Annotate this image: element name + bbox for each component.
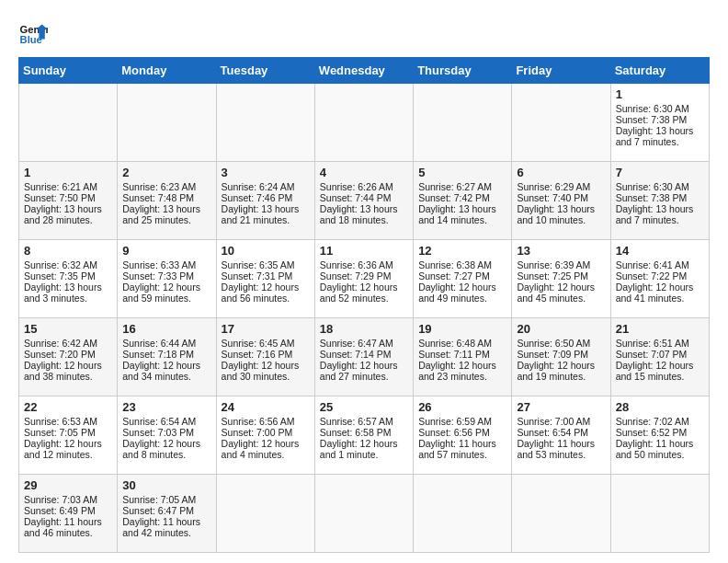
page-header: General Blue: [18, 18, 710, 48]
day-number: 5: [418, 166, 506, 179]
calendar-cell: 16Sunrise: 6:44 AMSunset: 7:18 PMDayligh…: [118, 318, 216, 396]
day-number: 3: [222, 166, 310, 179]
sunset-label: Sunset: 7:05 PM: [24, 427, 96, 438]
daylight-label: Daylight: 12 hours and 27 minutes.: [320, 360, 398, 382]
sunrise-label: Sunrise: 7:03 AM: [24, 494, 97, 505]
day-number: 16: [122, 322, 210, 336]
sunrise-label: Sunrise: 6:51 AM: [616, 338, 689, 349]
calendar-table: SundayMondayTuesdayWednesdayThursdayFrid…: [18, 57, 710, 553]
day-number: 12: [418, 244, 506, 258]
calendar-week-row: 29Sunrise: 7:03 AMSunset: 6:49 PMDayligh…: [19, 475, 710, 553]
calendar-day-header: Friday: [512, 58, 610, 84]
sunset-label: Sunset: 7:22 PM: [616, 270, 688, 282]
sunset-label: Sunset: 7:40 PM: [517, 192, 588, 203]
sunrise-label: Sunrise: 6:59 AM: [418, 416, 492, 427]
daylight-label: Daylight: 12 hours and 45 minutes.: [517, 282, 595, 304]
calendar-week-row: 15Sunrise: 6:42 AMSunset: 7:20 PMDayligh…: [19, 318, 710, 396]
day-number: 21: [616, 322, 704, 336]
sunrise-label: Sunrise: 6:45 AM: [222, 338, 295, 349]
sunrise-label: Sunrise: 6:26 AM: [320, 181, 393, 192]
sunset-label: Sunset: 7:38 PM: [616, 192, 688, 203]
day-number: 26: [418, 400, 506, 414]
calendar-cell: 26Sunrise: 6:59 AMSunset: 6:56 PMDayligh…: [414, 396, 512, 475]
daylight-label: Daylight: 12 hours and 23 minutes.: [418, 360, 496, 382]
calendar-cell: 30Sunrise: 7:05 AMSunset: 6:47 PMDayligh…: [118, 475, 216, 553]
calendar-cell: 6Sunrise: 6:29 AMSunset: 7:40 PMDaylight…: [512, 162, 610, 240]
calendar-cell: 29Sunrise: 7:03 AMSunset: 6:49 PMDayligh…: [19, 475, 118, 553]
sunset-label: Sunset: 7:07 PM: [616, 349, 688, 360]
calendar-cell: [216, 84, 314, 162]
sunrise-label: Sunrise: 7:02 AM: [616, 416, 689, 427]
calendar-cell: 13Sunrise: 6:39 AMSunset: 7:25 PMDayligh…: [512, 240, 610, 318]
calendar-cell: 25Sunrise: 6:57 AMSunset: 6:58 PMDayligh…: [314, 396, 413, 475]
day-number: 14: [616, 244, 704, 258]
calendar-day-header: Saturday: [610, 58, 709, 84]
sunset-label: Sunset: 7:48 PM: [122, 192, 194, 203]
calendar-cell: 3Sunrise: 6:24 AMSunset: 7:46 PMDaylight…: [216, 162, 314, 240]
sunset-label: Sunset: 6:56 PM: [418, 427, 490, 438]
sunset-label: Sunset: 7:50 PM: [24, 192, 96, 203]
sunrise-label: Sunrise: 6:47 AM: [320, 338, 393, 349]
sunset-label: Sunset: 7:33 PM: [122, 270, 194, 282]
daylight-label: Daylight: 13 hours and 7 minutes.: [616, 203, 694, 225]
day-number: 9: [122, 244, 210, 258]
sunrise-label: Sunrise: 6:27 AM: [418, 181, 492, 192]
daylight-label: Daylight: 13 hours and 7 minutes.: [616, 125, 694, 147]
sunset-label: Sunset: 7:29 PM: [320, 270, 392, 282]
day-number: 17: [222, 322, 310, 336]
calendar-cell: 11Sunrise: 6:36 AMSunset: 7:29 PMDayligh…: [314, 240, 413, 318]
day-number: 1: [616, 87, 704, 101]
daylight-label: Daylight: 12 hours and 56 minutes.: [222, 282, 300, 304]
daylight-label: Daylight: 12 hours and 41 minutes.: [616, 282, 694, 304]
sunset-label: Sunset: 7:25 PM: [517, 270, 588, 282]
calendar-cell: 20Sunrise: 6:50 AMSunset: 7:09 PMDayligh…: [512, 318, 610, 396]
calendar-cell: 15Sunrise: 6:42 AMSunset: 7:20 PMDayligh…: [19, 318, 118, 396]
day-number: 19: [418, 322, 506, 336]
daylight-label: Daylight: 12 hours and 12 minutes.: [24, 438, 102, 460]
logo: General Blue: [18, 18, 48, 48]
calendar-week-row: 8Sunrise: 6:32 AMSunset: 7:35 PMDaylight…: [19, 240, 710, 318]
day-number: 4: [320, 166, 408, 179]
calendar-cell: 19Sunrise: 6:48 AMSunset: 7:11 PMDayligh…: [414, 318, 512, 396]
day-number: 24: [222, 400, 310, 414]
daylight-label: Daylight: 12 hours and 34 minutes.: [122, 360, 200, 382]
sunset-label: Sunset: 6:58 PM: [320, 427, 392, 438]
daylight-label: Daylight: 12 hours and 19 minutes.: [517, 360, 595, 382]
day-number: 29: [24, 478, 112, 492]
sunrise-label: Sunrise: 6:36 AM: [320, 259, 393, 270]
calendar-cell: [216, 475, 314, 553]
sunrise-label: Sunrise: 7:05 AM: [122, 494, 196, 505]
sunset-label: Sunset: 7:11 PM: [418, 349, 490, 360]
daylight-label: Daylight: 13 hours and 3 minutes.: [24, 282, 102, 304]
calendar-header-row: SundayMondayTuesdayWednesdayThursdayFrid…: [19, 58, 710, 84]
calendar-cell: [512, 475, 610, 553]
calendar-cell: [512, 84, 610, 162]
daylight-label: Daylight: 12 hours and 59 minutes.: [122, 282, 200, 304]
daylight-label: Daylight: 13 hours and 25 minutes.: [122, 203, 200, 225]
day-number: 8: [24, 244, 112, 258]
calendar-cell: 9Sunrise: 6:33 AMSunset: 7:33 PMDaylight…: [118, 240, 216, 318]
sunrise-label: Sunrise: 6:54 AM: [122, 416, 196, 427]
sunrise-label: Sunrise: 6:35 AM: [222, 259, 295, 270]
sunset-label: Sunset: 7:44 PM: [320, 192, 392, 203]
sunset-label: Sunset: 7:46 PM: [222, 192, 293, 203]
calendar-cell: [414, 84, 512, 162]
sunrise-label: Sunrise: 6:23 AM: [122, 181, 196, 192]
daylight-label: Daylight: 12 hours and 8 minutes.: [122, 438, 200, 460]
sunrise-label: Sunrise: 6:44 AM: [122, 338, 196, 349]
daylight-label: Daylight: 12 hours and 52 minutes.: [320, 282, 398, 304]
daylight-label: Daylight: 11 hours and 53 minutes.: [517, 438, 595, 460]
calendar-cell: 12Sunrise: 6:38 AMSunset: 7:27 PMDayligh…: [414, 240, 512, 318]
daylight-label: Daylight: 13 hours and 10 minutes.: [517, 203, 595, 225]
sunset-label: Sunset: 7:09 PM: [517, 349, 588, 360]
sunrise-label: Sunrise: 6:24 AM: [222, 181, 295, 192]
sunrise-label: Sunrise: 6:56 AM: [222, 416, 295, 427]
logo-icon: General Blue: [18, 18, 48, 48]
calendar-cell: [118, 84, 216, 162]
day-number: 30: [122, 478, 210, 492]
day-number: 25: [320, 400, 408, 414]
calendar-cell: [610, 475, 709, 553]
sunrise-label: Sunrise: 6:30 AM: [616, 181, 689, 192]
sunset-label: Sunset: 6:52 PM: [616, 427, 688, 438]
calendar-day-header: Tuesday: [216, 58, 314, 84]
